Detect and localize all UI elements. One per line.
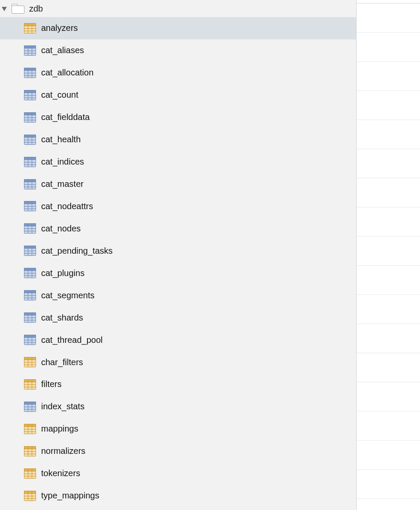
svg-rect-73 [24, 291, 36, 293]
tree-item[interactable]: cat_allocation [0, 62, 356, 84]
svg-rect-79 [24, 313, 36, 315]
disclosure-triangle-down-icon[interactable] [2, 7, 7, 11]
tree-item[interactable]: cat_nodeattrs [0, 195, 356, 218]
tree-item-label: cat_nodeattrs [41, 201, 93, 211]
content-row [357, 33, 420, 62]
svg-rect-97 [24, 379, 36, 382]
content-row [357, 207, 420, 237]
tree-item[interactable]: cat_segments [0, 284, 356, 306]
tree-item[interactable]: char_filters [0, 351, 356, 373]
svg-rect-91 [24, 357, 36, 360]
tree-item[interactable]: cat_nodes [0, 217, 356, 240]
tree-item[interactable]: cat_indices [0, 151, 356, 173]
svg-rect-115 [24, 446, 36, 449]
svg-rect-103 [24, 402, 36, 404]
content-row [357, 3, 420, 33]
content-row [357, 382, 420, 411]
tree-item-label: cat_fielddata [41, 112, 90, 122]
tree-item[interactable]: cat_shards [0, 306, 356, 329]
tree-item[interactable]: cat_fielddata [0, 106, 356, 129]
svg-rect-67 [24, 268, 36, 271]
svg-rect-7 [24, 45, 36, 48]
tree-item-label: cat_count [41, 90, 78, 100]
content-row [357, 470, 420, 499]
content-row [357, 266, 420, 295]
content-row [357, 178, 420, 207]
tree-item-label: cat_plugins [41, 268, 84, 278]
content-row [357, 237, 420, 266]
content-row [357, 120, 420, 149]
svg-rect-1 [24, 23, 36, 26]
tree-item-label: tokenizers [41, 468, 80, 478]
svg-rect-109 [24, 424, 36, 426]
svg-rect-37 [24, 157, 36, 159]
tree-item[interactable]: cat_count [0, 84, 356, 106]
tree-item-label: mappings [41, 424, 78, 434]
tree-item-label: filters [41, 379, 62, 389]
schema-label: zdb [29, 4, 43, 14]
tree-item[interactable]: cat_pending_tasks [0, 240, 356, 262]
tree-item[interactable]: filters [0, 373, 356, 396]
tree-item-label: analyzers [41, 23, 78, 33]
tree-item-label: cat_segments [41, 291, 95, 300]
svg-rect-19 [24, 90, 36, 93]
svg-rect-43 [24, 179, 36, 182]
tree-item-label: char_filters [41, 357, 83, 367]
svg-rect-61 [24, 246, 36, 249]
svg-rect-55 [24, 224, 36, 226]
tree-item-label: cat_pending_tasks [41, 246, 113, 256]
tree-item[interactable]: normalizers [0, 440, 356, 462]
tree-item-label: cat_master [41, 179, 84, 189]
svg-rect-85 [24, 335, 36, 338]
svg-rect-31 [24, 135, 36, 137]
svg-rect-49 [24, 201, 36, 204]
tree-item[interactable]: cat_plugins [0, 262, 356, 284]
tree-item[interactable]: tokenizers [0, 462, 356, 485]
tree-item-label: cat_allocation [41, 68, 93, 78]
content-row [357, 353, 420, 382]
tree-item-label: cat_health [41, 135, 81, 144]
tree-item-label: cat_thread_pool [41, 335, 102, 345]
tree-item-list: analyzers cat_aliases cat_allocation cat… [0, 17, 356, 507]
content-row [357, 62, 420, 91]
tree-item[interactable]: cat_master [0, 173, 356, 195]
tree-item-label: index_stats [41, 402, 84, 411]
content-panel [357, 0, 420, 510]
svg-rect-25 [24, 112, 36, 115]
tree-item-label: type_mappings [41, 491, 99, 501]
tree-item[interactable]: cat_health [0, 129, 356, 151]
folder-icon [12, 4, 24, 13]
tree-item-label: cat_shards [41, 313, 83, 323]
svg-rect-13 [24, 68, 36, 70]
tree-item-label: cat_indices [41, 157, 84, 167]
tree-item[interactable]: index_stats [0, 396, 356, 418]
tree-item[interactable]: mappings [0, 418, 356, 440]
schema-row[interactable]: zdb [0, 0, 356, 17]
tree-item-label: normalizers [41, 446, 85, 456]
content-row [357, 91, 420, 120]
svg-rect-121 [24, 468, 36, 471]
tree-item[interactable]: cat_thread_pool [0, 329, 356, 351]
tree-item[interactable]: analyzers [0, 17, 356, 39]
tree-item[interactable]: cat_aliases [0, 39, 356, 62]
content-row [357, 441, 420, 470]
tree-item-label: cat_nodes [41, 224, 81, 234]
content-row [357, 411, 420, 441]
content-row [357, 295, 420, 324]
database-tree-panel[interactable]: zdb analyzers cat_aliases cat_allocation… [0, 0, 357, 510]
content-header-strip [357, 0, 420, 3]
content-row [357, 324, 420, 353]
content-row [357, 149, 420, 178]
svg-rect-127 [24, 491, 36, 493]
tree-item[interactable]: type_mappings [0, 485, 356, 507]
tree-item-label: cat_aliases [41, 45, 84, 55]
